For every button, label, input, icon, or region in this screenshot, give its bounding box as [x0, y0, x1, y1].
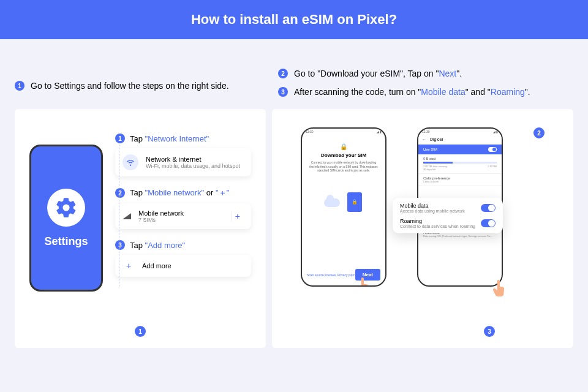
panels-row: Settings 1 Tap "Network Internet" Networ…: [15, 109, 573, 348]
download-title: Download your SIM: [307, 153, 380, 158]
step-badge: 3: [115, 240, 125, 250]
content: 1 Go to Settings and follow the steps on…: [0, 39, 588, 348]
panel-number: 3: [484, 326, 495, 337]
ministep-1: 1 Tap "Network Internet" Network & inter…: [115, 134, 251, 176]
lock-icon: 🔒: [307, 143, 380, 150]
dashed-connector: [119, 145, 119, 287]
highlight-mobiledata: Mobile data: [421, 87, 465, 97]
intro-step-2: 2 Go to "Download your eSIM", Tap on "Ne…: [278, 69, 573, 78]
statusbar: 12:30◢ ▮: [302, 129, 385, 135]
card-title: Mobile network: [138, 209, 184, 217]
calls-pref[interactable]: Calls preference China Unicom: [418, 174, 502, 186]
card-title: Add more: [142, 262, 172, 270]
plus-icon: +: [123, 261, 135, 271]
phone-mock-digicel-wrap: 12:30◢ ▮ ← Digicel Use SIM 0 B used 2.00…: [417, 127, 503, 287]
card-mobile-network[interactable]: Mobile network 7 SIMs +: [115, 203, 251, 229]
intro-step-3: 3 After scanning the code, turn on "Mobi…: [278, 87, 573, 97]
usage-bar: [423, 162, 497, 164]
cloud-icon: [324, 198, 340, 207]
pointer-hand-icon: [356, 276, 372, 287]
intro-step-1: 1 Go to Settings and follow the steps on…: [15, 81, 229, 91]
card-title: Network & internet: [146, 156, 240, 163]
card-subtitle: Wi-Fi, mobile, data usage, and hotspot: [146, 163, 240, 169]
highlight-roaming: Roaming: [491, 87, 525, 97]
step-badge: 1: [115, 134, 125, 143]
header: How to install an eSIM on Pixel?: [0, 0, 588, 39]
use-sim-row[interactable]: Use SIM: [418, 145, 502, 154]
intro-text: After scanning the code, turn on "Mobile…: [294, 87, 530, 97]
legal-links[interactable]: Scan source licenses, Privacy polic: [307, 273, 355, 277]
roaming-row[interactable]: Roaming Connect to data services when ro…: [400, 218, 496, 228]
statusbar: 12:30◢ ▮: [418, 129, 502, 135]
step-badge: 2: [278, 69, 288, 78]
steps-column: 1 Tap "Network Internet" Network & inter…: [115, 134, 251, 336]
card-add-more[interactable]: + Add more: [115, 255, 251, 277]
panel-phone-screens: 12:30◢ ▮ 🔒 Download your SIM Connect to …: [272, 109, 573, 348]
ministep-3: 3 Tap "Add more" + Add more: [115, 240, 251, 277]
plus-icon[interactable]: +: [231, 211, 244, 221]
step-badge: 3: [278, 87, 288, 97]
intro-right: 2 Go to "Download your eSIM", Tap on "Ne…: [278, 51, 573, 97]
sim-illustration: 🔒: [307, 190, 380, 218]
intro-left: 1 Go to Settings and follow the steps on…: [15, 51, 266, 97]
ministep-2: 2 Tap "Mobile network" or "＋" Mobile net…: [115, 187, 251, 229]
phone-mock-download: 12:30◢ ▮ 🔒 Download your SIM Connect to …: [301, 127, 386, 287]
intro-row: 1 Go to Settings and follow the steps on…: [15, 51, 573, 97]
toggle-icon[interactable]: [481, 219, 496, 227]
toggle-icon[interactable]: [488, 147, 497, 152]
back-icon[interactable]: ←: [422, 137, 426, 141]
overlay-toggles: Mobile data Access data using mobile net…: [393, 198, 503, 233]
gear-icon: [47, 189, 85, 227]
highlight-next: Next: [439, 69, 456, 78]
toggle-icon[interactable]: [481, 204, 496, 212]
step-badge: 2: [115, 188, 125, 198]
carrier-name: Digicel: [430, 137, 443, 141]
card-subtitle: 7 SIMs: [138, 217, 184, 223]
settings-label: Settings: [44, 235, 88, 248]
card-network-internet[interactable]: Network & internet Wi-Fi, mobile, data u…: [115, 148, 251, 176]
screen-header: ← Digicel: [418, 135, 502, 145]
sim-icon: 🔒: [347, 192, 362, 212]
signal-icon: [123, 213, 131, 219]
page-title: How to install an eSIM on Pixel?: [191, 12, 397, 28]
intro-text: Go to "Download your eSIM", Tap on "Next…: [294, 69, 462, 78]
panel-settings-steps: Settings 1 Tap "Network Internet" Networ…: [15, 109, 266, 348]
download-desc: Connect to your mobile network by downlo…: [307, 160, 380, 173]
step-badge: 1: [15, 81, 24, 91]
panel-footer: 1: [15, 326, 266, 337]
pointer-hand-icon: [492, 278, 508, 299]
phone-mock-settings: Settings: [29, 145, 103, 292]
panel-number: 1: [135, 326, 146, 337]
data-usage: 0 B used 2.00 GB data warning2.00 GB 30 …: [418, 154, 502, 174]
mobile-data-row[interactable]: Mobile data Access data using mobile net…: [400, 203, 496, 213]
panel-number: 2: [533, 127, 545, 138]
wifi-icon: [123, 154, 138, 170]
intro-text: Go to Settings and follow the steps on t…: [31, 81, 229, 91]
